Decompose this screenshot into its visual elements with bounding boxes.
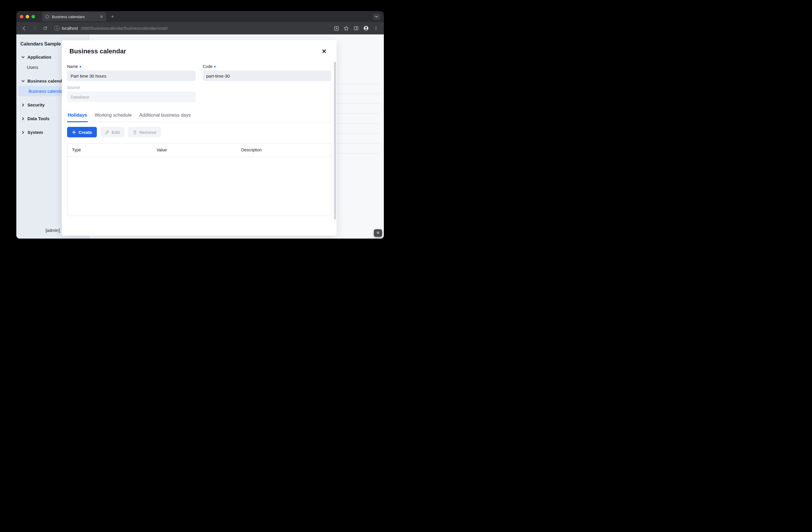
url-host: localhost	[62, 26, 78, 31]
plus-icon	[72, 130, 76, 134]
nav-reload-button[interactable]	[41, 24, 49, 33]
framework-badge[interactable]	[374, 229, 382, 237]
chevron-right-icon	[21, 130, 25, 134]
remove-button: Remove	[128, 127, 161, 138]
address-bar[interactable]: i localhost:8080/businesscalendar/busine…	[51, 24, 330, 33]
name-field-label: Name	[67, 64, 196, 69]
tab-additional-business-days[interactable]: Additional business days	[139, 110, 191, 122]
holidays-table: Type Value Description	[67, 143, 331, 216]
sidebar-item-label: System	[27, 130, 43, 135]
chevron-right-icon	[21, 117, 25, 121]
required-indicator	[79, 66, 81, 67]
install-app-icon[interactable]	[332, 24, 341, 33]
required-indicator	[214, 66, 216, 67]
browser-toolbar: i localhost:8080/businesscalendar/busine…	[16, 22, 384, 34]
url-path: :8080/businesscalendar/businesscalendarm…	[80, 26, 168, 31]
edit-button: Edit	[100, 127, 125, 138]
tab-working-schedule[interactable]: Working schedule	[94, 110, 132, 122]
window-close-button[interactable]	[20, 15, 23, 18]
sidebar-item-label: Data Tools	[27, 116, 49, 121]
svg-point-7	[376, 27, 377, 27]
browser-menu-icon[interactable]	[372, 24, 380, 33]
code-field-label: Code	[203, 64, 331, 69]
column-header-type[interactable]: Type	[67, 144, 152, 156]
nav-forward-button[interactable]	[30, 24, 39, 33]
chevron-down-icon	[21, 79, 25, 83]
dialog-body: Name Code Source	[62, 58, 337, 216]
nav-back-button[interactable]	[20, 24, 29, 33]
svg-point-8	[376, 28, 377, 29]
dialog-tabs: Holidays Working schedule Additional bus…	[67, 110, 331, 122]
browser-window: Business calendars ✕ + i localhost:8080/…	[16, 11, 384, 239]
browser-tab[interactable]: Business calendars ✕	[42, 12, 106, 21]
source-field-label: Source	[67, 85, 196, 90]
table-header-row: Type Value Description	[67, 144, 331, 157]
dialog-header: Business calendar ✕	[62, 40, 337, 58]
dialog-scrollbar[interactable]	[334, 62, 336, 219]
page-viewport: Calendars Sample Application Users Busin…	[16, 34, 384, 239]
sidebar-item-label: Users	[27, 65, 38, 70]
column-header-value[interactable]: Value	[152, 144, 236, 156]
window-controls	[20, 15, 35, 18]
code-input[interactable]	[203, 71, 331, 81]
svg-point-6	[365, 27, 367, 29]
site-info-icon[interactable]: i	[54, 26, 59, 31]
source-input	[67, 91, 196, 102]
sidebar-item-label: Business calendars	[29, 89, 67, 94]
svg-point-9	[376, 29, 377, 30]
pencil-icon	[105, 130, 110, 134]
tab-holidays[interactable]: Holidays	[67, 110, 88, 122]
profile-avatar-icon[interactable]	[362, 24, 371, 33]
table-toolbar: Create Edit Remove	[67, 127, 331, 138]
chevron-down-icon	[21, 55, 25, 59]
svg-rect-3	[354, 27, 358, 30]
name-input[interactable]	[67, 71, 196, 81]
business-calendar-dialog: Business calendar ✕ Name Code	[62, 40, 337, 236]
trash-icon	[133, 130, 137, 134]
svg-marker-1	[46, 15, 48, 18]
create-button[interactable]: Create	[67, 127, 97, 138]
scrollbar-thumb[interactable]	[334, 62, 336, 219]
window-maximize-button[interactable]	[31, 15, 35, 18]
new-tab-button[interactable]: +	[108, 13, 117, 21]
browser-titlebar: Business calendars ✕ +	[16, 11, 384, 22]
window-minimize-button[interactable]	[26, 15, 29, 18]
chevron-right-icon	[21, 103, 25, 107]
side-panel-icon[interactable]	[352, 24, 361, 33]
tabs-menu-button[interactable]	[373, 13, 380, 20]
dialog-title: Business calendar	[69, 47, 126, 55]
column-header-description[interactable]: Description	[236, 144, 331, 156]
bookmark-star-icon[interactable]	[342, 24, 351, 33]
tab-title: Business calendars	[52, 15, 85, 19]
sidebar-item-label: Application	[27, 55, 51, 59]
dialog-close-button[interactable]: ✕	[319, 47, 329, 56]
tab-favicon	[45, 14, 49, 19]
sidebar-item-label: Security	[27, 102, 45, 107]
tab-close-icon[interactable]: ✕	[100, 15, 103, 19]
